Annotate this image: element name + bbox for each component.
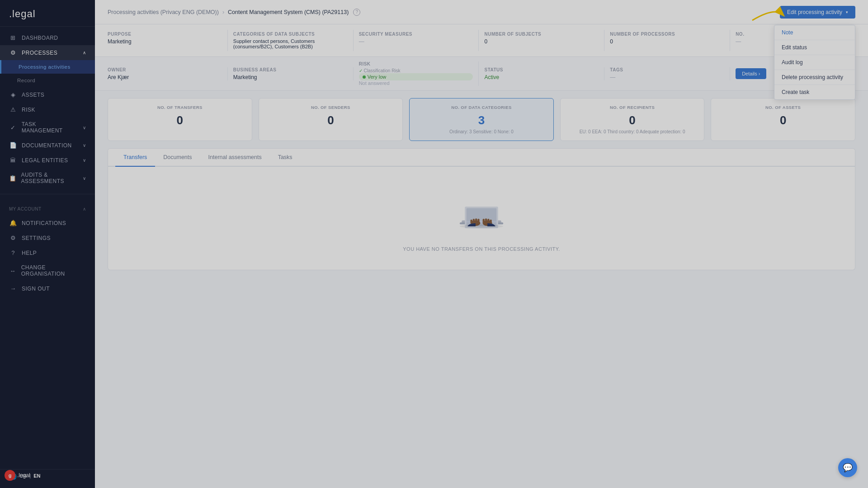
dropdown-item-audit-log[interactable]: Audit log <box>774 55 855 70</box>
tab-transfers[interactable]: Transfers <box>115 149 155 167</box>
task-icon: ✓ <box>9 124 17 131</box>
sidebar-item-legal-entities[interactable]: 🏛 Legal entities ∨ <box>0 153 95 168</box>
account-section: My Account ∧ 🔔 Notifications ⚙ Settings … <box>0 196 95 300</box>
legal-icon: 🏛 <box>9 157 17 164</box>
status-col: STATUS Active <box>479 67 604 80</box>
sidebar-item-change-org[interactable]: ↔ Change organisation <box>0 260 95 281</box>
owner-value: Are Kjær <box>108 74 222 80</box>
settings-icon: ⚙ <box>9 235 17 241</box>
tab-documents[interactable]: Documents <box>155 149 200 167</box>
stat-categories-label: NO. OF DATA CATEGORIES <box>417 105 546 110</box>
sidebar-item-audits[interactable]: 📋 Audits & Assessments ∨ <box>0 168 95 188</box>
sidebar-item-task-management[interactable]: ✓ Task management ∨ <box>0 117 95 138</box>
legal-chevron: ∨ <box>83 158 86 163</box>
stat-senders: NO. OF SENDERS 0 <box>259 98 403 141</box>
edit-processing-activity-button[interactable]: Edit processing activity ▾ <box>780 6 855 19</box>
stat-recipients-value: 0 <box>568 113 697 127</box>
sidebar-item-sign-out[interactable]: → Sign out <box>0 281 95 296</box>
logo-circle: g <box>5 470 15 481</box>
edit-button-chevron: ▾ <box>846 10 848 14</box>
edit-dropdown-menu: Note Edit status Audit log Delete proces… <box>774 25 855 100</box>
dropdown-item-create-task[interactable]: Create task <box>774 85 855 99</box>
processes-icon: ⚙ <box>9 49 17 56</box>
header-actions: Edit processing activity ▾ Note Edit sta… <box>780 6 855 19</box>
stat-senders-label: NO. OF SENDERS <box>266 105 396 110</box>
svg-point-16 <box>460 225 503 229</box>
sidebar-nav: ⊞ Dashboard ⚙ Processes ∧ Processing act… <box>0 27 95 192</box>
classification-type: ✓ Classification Risk <box>359 68 473 73</box>
docs-icon: 📄 <box>9 142 17 149</box>
sidebar: .legal ⊞ Dashboard ⚙ Processes ∧ Process… <box>0 0 95 488</box>
check-icon: ✓ <box>359 68 363 73</box>
status-value: Active <box>484 74 599 80</box>
chat-button[interactable]: 💬 <box>838 458 857 477</box>
stat-categories-sub: Ordinary: 3 Sensitive: 0 None: 0 <box>417 129 546 134</box>
breadcrumb-parent[interactable]: Processing activities (Privacy ENG (DEMO… <box>108 9 219 15</box>
change-org-icon: ↔ <box>9 267 17 274</box>
sidebar-item-record[interactable]: Record <box>0 74 95 87</box>
breadcrumb-current: Content Management System (CMS) (PA29113… <box>228 9 349 15</box>
sidebar-item-risk[interactable]: ⚠ Risk <box>0 102 95 117</box>
tab-tasks[interactable]: Tasks <box>270 149 301 167</box>
dropdown-item-edit-status[interactable]: Edit status <box>774 40 855 55</box>
processors-label: NUMBER OF PROCESSORS <box>610 32 724 37</box>
info-row-1: PURPOSE Marketing CATEGORIES OF DATA SUB… <box>95 24 868 57</box>
svg-rect-9 <box>473 219 475 224</box>
risk-badge: Very low <box>359 73 473 80</box>
risk-classification-row: ✓ Classification Risk Very low Not answe… <box>359 68 473 86</box>
sidebar-item-processes[interactable]: ⚙ Processes ∧ <box>0 45 95 60</box>
sidebar-item-documentation[interactable]: 📄 Documentation ∨ <box>0 138 95 153</box>
categories-col: CATEGORIES OF DATA SUBJECTS Supplier con… <box>228 30 354 51</box>
status-label: STATUS <box>484 67 599 72</box>
detail-button[interactable]: Details › <box>736 68 766 79</box>
logo: .legal <box>0 0 95 27</box>
purpose-col: PURPOSE Marketing <box>108 30 228 51</box>
tags-value: — <box>610 74 724 80</box>
stat-recipients: NO. OF RECIPIENTS 0 EU: 0 EEA: 0 Third c… <box>560 98 705 141</box>
not-answered-label: Not answered <box>359 80 473 86</box>
svg-rect-11 <box>477 219 479 224</box>
chat-icon: 💬 <box>843 463 853 473</box>
risk-label: RISK <box>359 61 473 66</box>
svg-rect-10 <box>475 218 477 223</box>
risk-dot <box>363 75 366 79</box>
stats-row: NO. OF TRANSFERS 0 NO. OF SENDERS 0 NO. … <box>95 91 868 148</box>
business-label: BUSINESS AREAS <box>233 67 348 72</box>
security-col: SECURITY MEASURES — <box>354 30 479 51</box>
main-content: Processing activities (Privacy ENG (DEMO… <box>95 0 868 488</box>
business-value: Marketing <box>233 74 348 80</box>
notifications-icon: 🔔 <box>9 220 17 226</box>
security-value: — <box>359 38 473 45</box>
breadcrumb-separator: › <box>222 9 224 15</box>
lang-en[interactable]: EN <box>33 473 40 480</box>
sidebar-item-help[interactable]: ? Help <box>0 245 95 260</box>
stat-senders-value: 0 <box>266 113 396 127</box>
help-tooltip-icon[interactable]: ? <box>353 9 360 16</box>
stat-recipients-sub: EU: 0 EEA: 0 Third country: 0 Adequate p… <box>568 129 697 134</box>
sidebar-item-dashboard[interactable]: ⊞ Dashboard <box>0 30 95 45</box>
tags-col: TAGS — <box>604 67 730 80</box>
account-chevron: ∧ <box>83 206 86 211</box>
subjects-col: NUMBER OF SUBJECTS 0 <box>479 30 604 51</box>
sidebar-item-assets[interactable]: ◈ Assets <box>0 87 95 102</box>
stat-transfers-value: 0 <box>115 113 245 127</box>
tab-internal-assessments[interactable]: Internal assessments <box>200 149 270 167</box>
sidebar-item-processing-activities[interactable]: Processing activities <box>0 60 95 74</box>
svg-rect-14 <box>487 219 489 224</box>
processors-col: NUMBER OF PROCESSORS 0 <box>604 30 730 51</box>
stat-categories-value: 3 <box>417 113 546 127</box>
svg-rect-13 <box>485 218 487 223</box>
sidebar-item-notifications[interactable]: 🔔 Notifications <box>0 216 95 230</box>
svg-rect-15 <box>490 220 491 224</box>
stat-assets-label: NO. OF ASSETS <box>718 105 848 110</box>
my-account-label: My Account ∧ <box>0 202 95 216</box>
dropdown-item-delete[interactable]: Delete processing activity <box>774 70 855 85</box>
stat-recipients-label: NO. OF RECIPIENTS <box>568 105 697 110</box>
purpose-label: PURPOSE <box>108 32 222 37</box>
stat-assets-value: 0 <box>718 113 848 127</box>
edit-dropdown-container: Edit processing activity ▾ Note Edit sta… <box>780 6 855 19</box>
sidebar-item-settings[interactable]: ⚙ Settings <box>0 230 95 245</box>
info-row-2: OWNER Are Kjær BUSINESS AREAS Marketing … <box>95 57 868 91</box>
risk-col: RISK ✓ Classification Risk Very low Not … <box>354 61 479 86</box>
dropdown-item-note[interactable]: Note <box>774 25 855 40</box>
